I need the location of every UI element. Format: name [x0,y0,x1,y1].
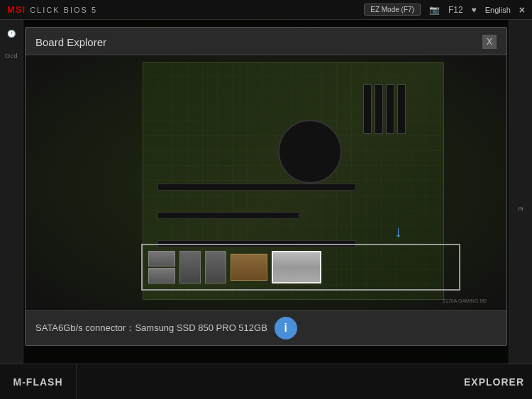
language-selector[interactable]: English [485,6,511,14]
bios-title: CLICK BIOS 5 [30,6,97,14]
explorer-label: EXPLORER [464,376,524,388]
sata-port-2[interactable] [148,268,175,283]
heart-icon: ♥ [472,5,477,15]
bottom-bar: M-FLASH EXPLORER [0,364,532,399]
left-sidebar: 🕐 Ocd [0,20,23,399]
msi-logo: MSI [7,4,26,15]
dialog-overlay: Board Explorer X [23,20,509,399]
ram-slot-3 [386,84,394,134]
right-sidebar: E [509,20,532,399]
camera-icon: 📷 [429,5,440,15]
ram-slot-2 [375,84,383,134]
board-label: Z170A GAMING M5 [443,298,487,303]
bottom-spacer [77,364,456,399]
oc-section[interactable]: Ocd [5,52,18,60]
cpu-socket [278,120,342,184]
clock-icon: 🕐 [1,23,21,43]
sata-port-selected[interactable] [272,251,321,283]
info-bar: SATA6Gb/s connector：Samsung SSD 850 PRO … [26,310,506,345]
sata-port-3[interactable] [179,251,201,283]
board-image-area: ↓ Z1 [26,55,506,310]
f12-label: F12 [448,5,463,15]
right-sidebar-label: E [517,207,524,212]
connector-info-text: SATA6Gb/s connector：Samsung SSD 850 PRO … [35,322,267,335]
sata-ports-container [143,245,459,289]
info-icon: i [275,317,297,339]
info-icon-label: i [284,322,287,335]
explorer-button[interactable]: EXPLORER [456,364,532,399]
m-flash-button[interactable]: M-FLASH [0,364,77,399]
ram-slot-4 [397,84,406,134]
top-bar-right: EZ Mode (F7) 📷 F12 ♥ English × [364,4,525,16]
pcie-slot-1 [157,184,356,191]
sata-port-1[interactable] [148,251,175,266]
dialog-close-button[interactable]: X [482,35,497,49]
sata-highlight-box: ↓ [141,244,460,291]
sata-port-4[interactable] [205,251,226,283]
dialog-title: Board Explorer [35,36,106,48]
ez-mode-button[interactable]: EZ Mode (F7) [364,4,421,16]
dialog-header: Board Explorer X [26,28,506,55]
ram-slot-1 [363,84,372,134]
m-flash-label: M-FLASH [13,376,63,388]
board-explorer-dialog: Board Explorer X [25,27,507,346]
arrow-down-icon: ↓ [394,223,402,241]
top-close-button[interactable]: × [519,4,525,16]
power-connector [231,254,267,281]
top-bar: MSI CLICK BIOS 5 EZ Mode (F7) 📷 F12 ♥ En… [0,0,532,20]
sata-double-left [148,251,175,283]
oc-label: Ocd [5,52,18,60]
top-bar-left: MSI CLICK BIOS 5 [7,4,97,15]
pcie-slot-2 [157,212,299,219]
